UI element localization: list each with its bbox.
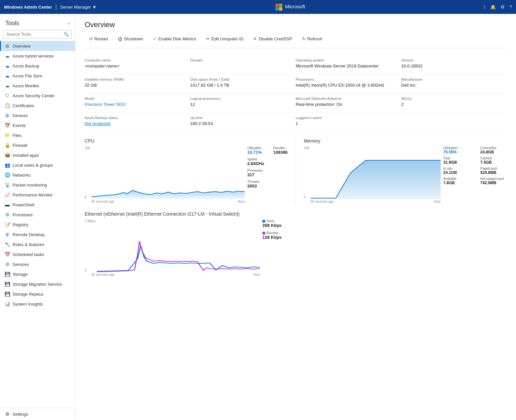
performance-monitor-icon: 📈	[5, 192, 10, 197]
brand-title: Windows Admin Center	[4, 5, 52, 10]
os-label: Operating system	[296, 58, 397, 62]
sidebar-item-storage[interactable]: 💾Storage	[0, 269, 75, 279]
packet-monitoring-icon: 📡	[5, 182, 10, 188]
sidebar-item-label-azure-monitor: Azure Monitor	[13, 83, 39, 88]
sidebar-item-azure-backup[interactable]: ☁Azure Backup	[0, 61, 75, 71]
topbar-divider: |	[55, 4, 57, 11]
server-manager-dropdown[interactable]: Server Manager ▼	[60, 5, 97, 10]
gear-icon[interactable]: ⚙	[500, 4, 505, 10]
sidebar-item-files[interactable]: 📁Files	[0, 130, 75, 140]
sidebar-item-storage-migration[interactable]: 💾Storage Migration Service	[0, 279, 75, 289]
network-x-labels: 60 seconds ago Now	[91, 273, 260, 276]
remote-desktop-icon: 🖥	[5, 232, 10, 237]
sidebar-item-devices[interactable]: 🖥Devices	[0, 110, 75, 120]
network-send-stat: Send 288 Kbps	[262, 219, 306, 228]
sidebar-item-events[interactable]: 📅Events	[0, 120, 75, 130]
sidebar-item-services[interactable]: ⚙Services	[0, 259, 75, 269]
sidebar-item-label-storage-migration: Storage Migration Service	[13, 282, 62, 287]
defender-label: Microsoft Defender Antivirus	[296, 97, 397, 101]
sidebar-item-label-azure-backup: Azure Backup	[13, 63, 39, 68]
sidebar-item-azure-file-sync[interactable]: ☁Azure File Sync	[0, 71, 75, 81]
disable-credssp-button[interactable]: ✕ Disable CredSSP	[249, 34, 296, 43]
shutdown-button[interactable]: ⏻ Shutdown	[114, 34, 147, 43]
cpu-processes-value: 317	[247, 172, 288, 177]
mem-utilization-stat: Utilization 75.55%	[443, 146, 470, 154]
restart-icon: ↺	[89, 36, 93, 41]
sidebar-item-local-users[interactable]: 👥Local users & groups	[0, 160, 75, 170]
sidebar-item-firewall[interactable]: 🔒Firewall	[0, 140, 75, 150]
computer-name-value: <computer name>	[85, 63, 185, 68]
edit-icon: ✏	[206, 36, 210, 41]
restart-button[interactable]: ↺ Restart	[85, 34, 112, 43]
enable-disk-metrics-button[interactable]: ✓ Enable Disk Metrics	[149, 34, 201, 43]
sidebar-item-powershell[interactable]: ▬PowerShell	[0, 200, 75, 210]
uptime-value: 160:2:28:53	[190, 121, 291, 126]
cpu-stats: Utilization 10.71% Handles 109386 Speed …	[245, 146, 288, 203]
help-icon[interactable]: ?	[509, 4, 512, 10]
sidebar-item-roles-features[interactable]: 🔧Roles & features	[0, 239, 75, 249]
services-icon: ⚙	[5, 262, 10, 267]
sidebar-item-scheduled-tasks[interactable]: 📅Scheduled tasks	[0, 249, 75, 259]
bell-icon[interactable]: 🔔	[490, 4, 496, 10]
edit-computer-id-label: Edit computer ID	[212, 36, 244, 41]
sidebar-item-processes[interactable]: ⚙Processes	[0, 210, 75, 220]
cpu-chart: CPU 100 0	[85, 138, 296, 203]
restart-label: Restart	[94, 36, 108, 41]
sidebar-item-label-system-insights: System Insights	[13, 302, 43, 307]
mem-committed-value: 24.8GB	[480, 150, 507, 154]
refresh-icon: ↻	[302, 36, 306, 41]
sidebar-item-label-roles-features: Roles & features	[13, 242, 44, 247]
settings-nav-item[interactable]: ⚙ Settings	[0, 408, 75, 420]
sidebar-item-certificates[interactable]: 📋Certificates	[0, 101, 75, 110]
version-cell: Version 10.0.18932	[401, 55, 507, 74]
defender-cell: Microsoft Defender Antivirus Real-time p…	[296, 93, 401, 112]
sidebar-item-registry[interactable]: 📝Registry	[0, 220, 75, 230]
sidebar-item-azure-monitor[interactable]: ☁Azure Monitor	[0, 81, 75, 91]
sidebar-header: Tools ‹	[0, 14, 75, 30]
domain-label: Domain	[190, 58, 291, 62]
defender-value: Real-time protection: On	[296, 102, 397, 107]
sidebar-item-azure-security[interactable]: 🛡Azure Security Center	[0, 91, 75, 101]
backup-status-value[interactable]: Not protected	[85, 121, 185, 126]
refresh-button[interactable]: ↻ Refresh	[298, 34, 327, 43]
local-users-icon: 👥	[5, 162, 10, 168]
info-grid-row4: Azure Backup status Not protected Up tim…	[85, 112, 507, 132]
sidebar-nav: ⊞Overview☁Azure hybrid services☁Azure Ba…	[0, 41, 75, 408]
page-title: Overview	[85, 21, 507, 29]
sidebar-item-performance-monitor[interactable]: 📈Performance Monitor	[0, 190, 75, 200]
edit-computer-id-button[interactable]: ✏ Edit computer ID	[202, 34, 248, 43]
network-receive-value: 128 Kbps	[262, 235, 306, 240]
sidebar-item-system-insights[interactable]: 📊System Insights	[0, 299, 75, 309]
sidebar-item-label-local-users: Local users & groups	[13, 163, 53, 168]
sidebar-item-azure-hybrid[interactable]: ☁Azure hybrid services	[0, 51, 75, 61]
sidebar-item-overview[interactable]: ⊞Overview	[0, 41, 75, 51]
sidebar-item-remote-desktop[interactable]: 🖥Remote Desktop	[0, 230, 75, 239]
logical-proc-cell: Logical processors 12	[190, 93, 296, 112]
sidebar-item-storage-replica[interactable]: 💾Storage Replica	[0, 289, 75, 299]
sidebar-item-installed-apps[interactable]: 📦Installed apps	[0, 150, 75, 160]
network-section: Ethernet (vEthernet (Intel(R) Ethernet C…	[85, 211, 507, 276]
search-tools-input[interactable]	[6, 32, 63, 37]
devices-icon: 🖥	[5, 113, 10, 118]
charts-row: CPU 100 0	[85, 138, 507, 203]
sidebar-item-packet-monitoring[interactable]: 📡Packet monitoring	[0, 180, 75, 190]
memory-chart-title: Memory	[304, 138, 507, 144]
memory-y-labels: 100 0	[304, 146, 311, 199]
toolbar: ↺ Restart ⏻ Shutdown ✓ Enable Disk Metri…	[85, 34, 507, 48]
computer-name-label: Computer name	[85, 58, 185, 62]
nic-value: 2	[401, 102, 502, 107]
sidebar-item-label-services: Services	[13, 262, 29, 267]
sidebar-item-networks[interactable]: 🌐Networks	[0, 170, 75, 180]
mem-utilization-label: Utilization	[443, 146, 470, 150]
nic-label: NIC(s)	[401, 97, 502, 101]
memory-stat-row1: Utilization 75.55% Committed 24.8GB	[443, 146, 507, 154]
sidebar-item-label-certificates: Certificates	[13, 103, 34, 108]
collapse-sidebar-button[interactable]: ‹	[68, 21, 70, 26]
terminal-icon[interactable]: 	[484, 4, 486, 10]
info-grid-row2: Installed memory (RAM) 32 GB Disk space …	[85, 74, 507, 93]
mem-paged-pool-label: Paged pool	[480, 167, 507, 170]
sidebar-item-label-scheduled-tasks: Scheduled tasks	[13, 252, 44, 257]
search-icon: 🔍	[63, 32, 69, 37]
ms-blue-square	[275, 7, 279, 11]
mem-total-label: Total	[443, 156, 470, 160]
